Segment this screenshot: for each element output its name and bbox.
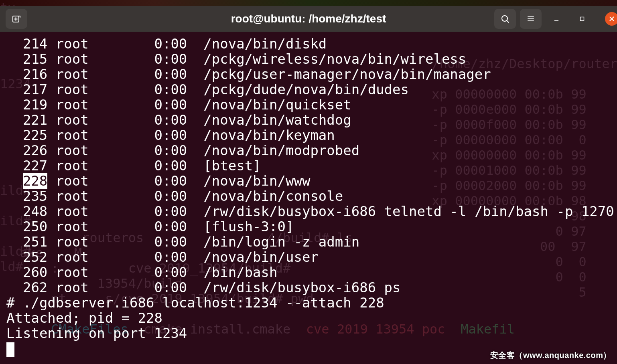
menu-button[interactable] bbox=[520, 9, 542, 29]
search-button[interactable] bbox=[494, 9, 516, 29]
maximize-button[interactable] bbox=[571, 9, 593, 29]
process-pid: 219 bbox=[6, 97, 47, 112]
process-pid: 214 bbox=[6, 36, 47, 51]
process-pid: 252 bbox=[6, 249, 47, 265]
process-time: 0:00 bbox=[154, 280, 195, 295]
process-pid: 260 bbox=[6, 265, 47, 280]
window-title: root@ubuntu: /home/zhz/test bbox=[231, 12, 386, 25]
process-row: 228 root0:00 /nova/bin/www bbox=[6, 173, 611, 188]
process-cmd: /nova/bin/diskd bbox=[203, 36, 327, 51]
process-time: 0:00 bbox=[154, 204, 195, 219]
process-pid: 235 bbox=[6, 188, 47, 204]
process-cmd: /bin/bash bbox=[203, 265, 277, 280]
new-tab-button[interactable] bbox=[6, 9, 27, 29]
close-button[interactable] bbox=[605, 12, 617, 26]
process-row: 250 root0:00 [flush-3:0] bbox=[6, 219, 611, 234]
process-cmd: /nova/bin/user bbox=[203, 249, 319, 265]
process-user: root bbox=[56, 143, 154, 158]
process-row: 221 root0:00 /nova/bin/watchdog bbox=[6, 112, 611, 127]
process-time: 0:00 bbox=[154, 158, 195, 173]
process-cmd: /nova/bin/quickset bbox=[203, 97, 351, 112]
svg-line-4 bbox=[507, 20, 509, 22]
desktop-strip bbox=[0, 0, 617, 6]
svg-rect-9 bbox=[580, 17, 584, 21]
process-cmd: /pckg/user-manager/nova/bin/manager bbox=[203, 67, 491, 82]
process-time: 0:00 bbox=[154, 82, 195, 97]
process-cmd: /nova/bin/console bbox=[203, 188, 343, 204]
process-cmd: /nova/bin/modprobed bbox=[203, 143, 359, 158]
new-tab-icon bbox=[12, 14, 21, 24]
process-row: 214 root0:00 /nova/bin/diskd bbox=[6, 36, 611, 51]
process-user: root bbox=[56, 67, 154, 82]
process-pid: 216 bbox=[6, 67, 47, 82]
process-cmd: /nova/bin/watchdog bbox=[203, 112, 351, 127]
process-pid: 248 bbox=[6, 204, 47, 219]
process-time: 0:00 bbox=[154, 219, 195, 234]
cursor-block bbox=[6, 342, 14, 357]
process-pid-highlight: 228 bbox=[23, 173, 47, 189]
watermark-text: 安全客（www.anquanke.com） bbox=[490, 350, 611, 361]
process-row: 252 root0:00 /nova/bin/user bbox=[6, 249, 611, 265]
process-pid: 215 bbox=[6, 51, 47, 67]
terminal-line: Attached; pid = 228 bbox=[6, 310, 611, 326]
process-cmd: /pckg/dude/nova/bin/dudes bbox=[203, 82, 409, 97]
process-user: root bbox=[56, 173, 154, 188]
close-icon bbox=[608, 15, 615, 22]
process-row: 251 root0:00 /bin/login -z admin bbox=[6, 234, 611, 249]
process-time: 0:00 bbox=[154, 51, 195, 67]
process-time: 0:00 bbox=[154, 67, 195, 82]
hamburger-icon bbox=[526, 14, 536, 24]
process-time: 0:00 bbox=[154, 173, 195, 188]
process-row: 235 root0:00 /nova/bin/console bbox=[6, 188, 611, 204]
process-user: root bbox=[56, 234, 154, 249]
process-time: 0:00 bbox=[154, 112, 195, 127]
process-time: 0:00 bbox=[154, 143, 195, 158]
process-user: root bbox=[56, 51, 154, 67]
process-row: 216 root0:00 /pckg/user-manager/nova/bin… bbox=[6, 67, 611, 82]
terminal-line: Listening on port 1234 bbox=[6, 326, 611, 341]
process-row: 262 root0:00 /rw/disk/busybox-i686 ps bbox=[6, 280, 611, 295]
process-row: 260 root0:00 /bin/bash bbox=[6, 265, 611, 280]
process-pid: 228 bbox=[6, 173, 47, 188]
process-pid: 262 bbox=[6, 280, 47, 295]
process-user: root bbox=[56, 219, 154, 234]
process-row: 217 root0:00 /pckg/dude/nova/bin/dudes bbox=[6, 82, 611, 97]
process-time: 0:00 bbox=[154, 188, 195, 204]
process-time: 0:00 bbox=[154, 36, 195, 51]
terminal-output[interactable]: 214 root0:00 /nova/bin/diskd215 root0:00… bbox=[6, 36, 611, 348]
maximize-icon bbox=[578, 15, 586, 22]
process-time: 0:00 bbox=[154, 234, 195, 249]
process-user: root bbox=[56, 82, 154, 97]
process-user: root bbox=[56, 280, 154, 295]
process-row: 226 root0:00 /nova/bin/modprobed bbox=[6, 143, 611, 158]
process-user: root bbox=[56, 36, 154, 51]
process-pid: 227 bbox=[6, 158, 47, 173]
process-user: root bbox=[56, 249, 154, 265]
process-row: 227 root0:00 [btest] bbox=[6, 158, 611, 173]
process-cmd: /rw/disk/busybox-i686 telnetd -l /bin/ba… bbox=[203, 204, 614, 219]
process-user: root bbox=[56, 97, 154, 112]
process-pid: 217 bbox=[6, 82, 47, 97]
process-row: 219 root0:00 /nova/bin/quickset bbox=[6, 97, 611, 112]
process-time: 0:00 bbox=[154, 97, 195, 112]
process-user: root bbox=[56, 265, 154, 280]
process-row: 248 root0:00 /rw/disk/busybox-i686 telne… bbox=[6, 204, 611, 219]
process-user: root bbox=[56, 158, 154, 173]
process-pid: 250 bbox=[6, 219, 47, 234]
process-cmd: /rw/disk/busybox-i686 ps bbox=[203, 280, 400, 295]
process-time: 0:00 bbox=[154, 265, 195, 280]
process-row: 225 root0:00 /nova/bin/keyman bbox=[6, 127, 611, 143]
process-time: 0:00 bbox=[154, 127, 195, 143]
process-cmd: [flush-3:0] bbox=[203, 219, 294, 234]
minimize-icon bbox=[553, 15, 560, 22]
process-time: 0:00 bbox=[154, 249, 195, 265]
minimize-button[interactable] bbox=[546, 9, 567, 29]
process-cmd: /nova/bin/www bbox=[203, 173, 310, 188]
process-pid: 251 bbox=[6, 234, 47, 249]
titlebar: root@ubuntu: /home/zhz/test bbox=[0, 6, 617, 32]
process-user: root bbox=[56, 204, 154, 219]
process-cmd: /pckg/wireless/nova/bin/wireless bbox=[203, 51, 466, 67]
process-user: root bbox=[56, 127, 154, 143]
search-icon bbox=[500, 14, 510, 24]
process-cmd: [btest] bbox=[203, 158, 261, 173]
